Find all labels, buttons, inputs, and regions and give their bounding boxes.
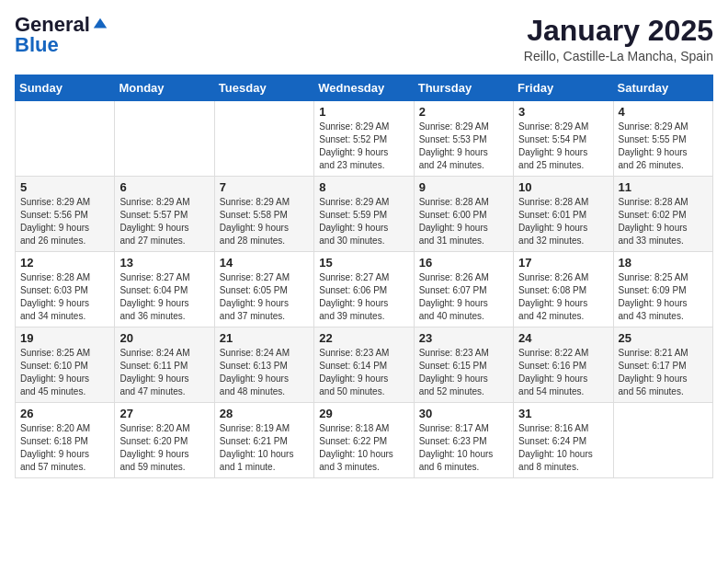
day-info: Sunrise: 8:25 AM Sunset: 6:10 PM Dayligh…	[20, 347, 109, 398]
calendar-cell: 29Sunrise: 8:18 AM Sunset: 6:22 PM Dayli…	[314, 403, 414, 478]
day-info: Sunrise: 8:23 AM Sunset: 6:14 PM Dayligh…	[319, 347, 408, 398]
calendar-table: SundayMondayTuesdayWednesdayThursdayFrid…	[15, 75, 713, 478]
month-title: January 2025	[524, 15, 713, 47]
day-info: Sunrise: 8:21 AM Sunset: 6:17 PM Dayligh…	[619, 347, 708, 398]
day-info: Sunrise: 8:29 AM Sunset: 5:52 PM Dayligh…	[319, 121, 408, 172]
day-info: Sunrise: 8:20 AM Sunset: 6:20 PM Dayligh…	[119, 422, 209, 474]
day-info: Sunrise: 8:29 AM Sunset: 5:58 PM Dayligh…	[220, 196, 309, 247]
calendar-cell: 5Sunrise: 8:29 AM Sunset: 5:56 PM Daylig…	[16, 177, 115, 252]
day-number: 11	[619, 180, 708, 194]
calendar-cell: 4Sunrise: 8:29 AM Sunset: 5:55 PM Daylig…	[613, 101, 712, 177]
day-info: Sunrise: 8:26 AM Sunset: 6:08 PM Dayligh…	[518, 271, 608, 323]
day-number: 5	[20, 180, 109, 194]
calendar-cell: 9Sunrise: 8:28 AM Sunset: 6:00 PM Daylig…	[414, 177, 513, 252]
calendar-week-row: 26Sunrise: 8:20 AM Sunset: 6:18 PM Dayli…	[16, 403, 713, 478]
logo-icon	[92, 17, 108, 33]
day-number: 31	[518, 407, 608, 420]
day-number: 19	[20, 331, 109, 345]
day-info: Sunrise: 8:16 AM Sunset: 6:24 PM Dayligh…	[518, 422, 608, 474]
day-info: Sunrise: 8:29 AM Sunset: 5:53 PM Dayligh…	[419, 121, 508, 172]
calendar-cell: 25Sunrise: 8:21 AM Sunset: 6:17 PM Dayli…	[613, 327, 712, 403]
weekday-header: Monday	[115, 75, 214, 101]
calendar-cell: 27Sunrise: 8:20 AM Sunset: 6:20 PM Dayli…	[115, 403, 214, 478]
calendar-cell: 22Sunrise: 8:23 AM Sunset: 6:14 PM Dayli…	[314, 327, 414, 403]
day-info: Sunrise: 8:29 AM Sunset: 5:56 PM Dayligh…	[20, 196, 109, 247]
calendar-cell: 12Sunrise: 8:28 AM Sunset: 6:03 PM Dayli…	[16, 252, 115, 327]
calendar-cell: 2Sunrise: 8:29 AM Sunset: 5:53 PM Daylig…	[414, 101, 513, 177]
day-info: Sunrise: 8:28 AM Sunset: 6:03 PM Dayligh…	[20, 271, 109, 323]
day-info: Sunrise: 8:17 AM Sunset: 6:23 PM Dayligh…	[419, 422, 508, 474]
day-info: Sunrise: 8:19 AM Sunset: 6:21 PM Dayligh…	[220, 422, 309, 474]
calendar-cell: 24Sunrise: 8:22 AM Sunset: 6:16 PM Dayli…	[514, 327, 613, 403]
calendar-cell: 3Sunrise: 8:29 AM Sunset: 5:54 PM Daylig…	[514, 101, 613, 177]
calendar-cell: 30Sunrise: 8:17 AM Sunset: 6:23 PM Dayli…	[414, 403, 513, 478]
day-number: 22	[319, 331, 408, 345]
day-number: 29	[319, 407, 408, 420]
day-info: Sunrise: 8:29 AM Sunset: 5:55 PM Dayligh…	[619, 121, 708, 172]
day-number: 21	[220, 331, 309, 345]
day-number: 2	[419, 105, 508, 119]
day-info: Sunrise: 8:24 AM Sunset: 6:11 PM Dayligh…	[119, 347, 209, 398]
day-number: 16	[419, 256, 508, 270]
day-number: 27	[119, 407, 209, 420]
page-header: General Blue January 2025 Reillo, Castil…	[15, 15, 713, 63]
day-number: 6	[119, 180, 209, 194]
day-number: 12	[20, 256, 109, 270]
calendar-cell: 13Sunrise: 8:27 AM Sunset: 6:04 PM Dayli…	[115, 252, 214, 327]
day-number: 23	[419, 331, 508, 345]
day-info: Sunrise: 8:28 AM Sunset: 6:02 PM Dayligh…	[619, 196, 708, 247]
calendar-cell: 18Sunrise: 8:25 AM Sunset: 6:09 PM Dayli…	[613, 252, 712, 327]
day-info: Sunrise: 8:26 AM Sunset: 6:07 PM Dayligh…	[419, 271, 508, 323]
calendar-week-row: 12Sunrise: 8:28 AM Sunset: 6:03 PM Dayli…	[16, 252, 713, 327]
day-number: 18	[619, 256, 708, 270]
day-info: Sunrise: 8:18 AM Sunset: 6:22 PM Dayligh…	[319, 422, 408, 474]
day-number: 1	[319, 105, 408, 119]
day-info: Sunrise: 8:28 AM Sunset: 6:00 PM Dayligh…	[419, 196, 508, 247]
calendar-cell: 7Sunrise: 8:29 AM Sunset: 5:58 PM Daylig…	[214, 177, 313, 252]
day-number: 4	[619, 105, 708, 119]
day-info: Sunrise: 8:29 AM Sunset: 5:54 PM Dayligh…	[518, 121, 608, 172]
day-number: 26	[20, 407, 109, 420]
calendar-cell: 10Sunrise: 8:28 AM Sunset: 6:01 PM Dayli…	[514, 177, 613, 252]
calendar-cell: 1Sunrise: 8:29 AM Sunset: 5:52 PM Daylig…	[314, 101, 414, 177]
day-number: 17	[518, 256, 608, 270]
calendar-cell: 19Sunrise: 8:25 AM Sunset: 6:10 PM Dayli…	[16, 327, 115, 403]
calendar-week-row: 5Sunrise: 8:29 AM Sunset: 5:56 PM Daylig…	[16, 177, 713, 252]
weekday-header-row: SundayMondayTuesdayWednesdayThursdayFrid…	[16, 75, 713, 101]
calendar-cell: 17Sunrise: 8:26 AM Sunset: 6:08 PM Dayli…	[514, 252, 613, 327]
weekday-header: Wednesday	[314, 75, 414, 101]
day-number: 30	[419, 407, 508, 420]
day-info: Sunrise: 8:20 AM Sunset: 6:18 PM Dayligh…	[20, 422, 109, 474]
day-info: Sunrise: 8:29 AM Sunset: 5:59 PM Dayligh…	[319, 196, 408, 247]
day-number: 14	[220, 256, 309, 270]
calendar-cell: 8Sunrise: 8:29 AM Sunset: 5:59 PM Daylig…	[314, 177, 414, 252]
day-number: 7	[220, 180, 309, 194]
weekday-header: Thursday	[414, 75, 513, 101]
location-subtitle: Reillo, Castille-La Mancha, Spain	[524, 49, 713, 63]
weekday-header: Sunday	[16, 75, 115, 101]
weekday-header: Friday	[514, 75, 613, 101]
day-info: Sunrise: 8:25 AM Sunset: 6:09 PM Dayligh…	[619, 271, 708, 323]
day-number: 8	[319, 180, 408, 194]
weekday-header: Saturday	[613, 75, 712, 101]
day-number: 28	[220, 407, 309, 420]
calendar-cell: 26Sunrise: 8:20 AM Sunset: 6:18 PM Dayli…	[16, 403, 115, 478]
day-number: 25	[619, 331, 708, 345]
day-number: 15	[319, 256, 408, 270]
day-number: 20	[119, 331, 209, 345]
day-info: Sunrise: 8:28 AM Sunset: 6:01 PM Dayligh…	[518, 196, 608, 247]
calendar-cell: 6Sunrise: 8:29 AM Sunset: 5:57 PM Daylig…	[115, 177, 214, 252]
title-block: January 2025 Reillo, Castille-La Mancha,…	[524, 15, 713, 63]
logo-general-text: General	[15, 15, 90, 35]
calendar-cell: 14Sunrise: 8:27 AM Sunset: 6:05 PM Dayli…	[214, 252, 313, 327]
logo-blue-text: Blue	[15, 35, 59, 55]
day-number: 9	[419, 180, 508, 194]
day-info: Sunrise: 8:27 AM Sunset: 6:04 PM Dayligh…	[119, 271, 209, 323]
calendar-cell	[613, 403, 712, 478]
calendar-cell: 16Sunrise: 8:26 AM Sunset: 6:07 PM Dayli…	[414, 252, 513, 327]
calendar-week-row: 19Sunrise: 8:25 AM Sunset: 6:10 PM Dayli…	[16, 327, 713, 403]
day-info: Sunrise: 8:29 AM Sunset: 5:57 PM Dayligh…	[119, 196, 209, 247]
weekday-header: Tuesday	[214, 75, 313, 101]
day-number: 10	[518, 180, 608, 194]
calendar-cell: 28Sunrise: 8:19 AM Sunset: 6:21 PM Dayli…	[214, 403, 313, 478]
